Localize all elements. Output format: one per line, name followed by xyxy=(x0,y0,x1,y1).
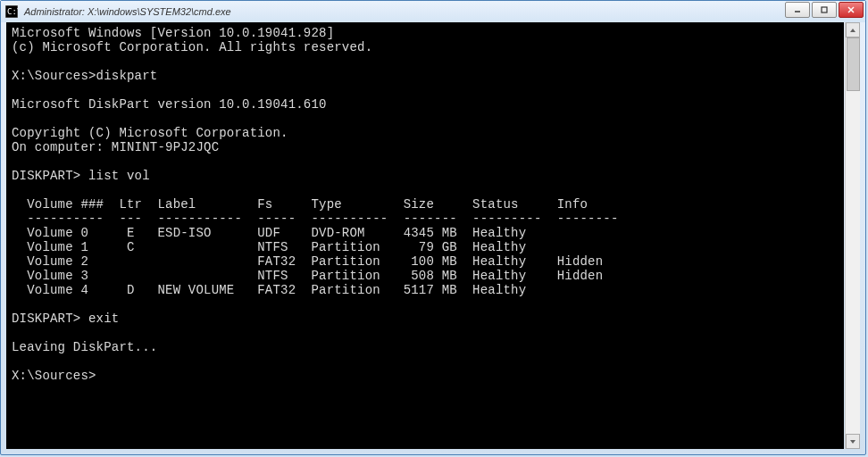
window-controls xyxy=(785,2,864,18)
cmd-icon: C:\ xyxy=(4,4,19,19)
svg-marker-7 xyxy=(850,440,855,444)
output-line: On computer: MININT-9PJ2JQC xyxy=(12,140,839,154)
table-row: Volume 0 E ESD-ISO UDF DVD-ROM 4345 MB H… xyxy=(12,226,839,240)
maximize-button[interactable] xyxy=(812,2,837,18)
output-blank xyxy=(12,326,839,340)
window-title: Administrator: X:\windows\SYSTEM32\cmd.e… xyxy=(24,6,862,17)
table-row: Volume 3 NTFS Partition 508 MB Healthy H… xyxy=(12,269,839,283)
terminal-output: Microsoft Windows [Version 10.0.19041.92… xyxy=(6,22,844,386)
output-blank xyxy=(12,183,839,197)
output-line: (c) Microsoft Corporation. All rights re… xyxy=(12,40,839,54)
table-divider: ---------- --- ----------- ----- -------… xyxy=(12,212,839,226)
output-line: Microsoft Windows [Version 10.0.19041.92… xyxy=(12,26,839,40)
output-blank xyxy=(12,154,839,169)
minimize-button[interactable] xyxy=(785,2,810,18)
output-blank xyxy=(12,112,839,126)
output-blank xyxy=(12,83,839,97)
output-line: Copyright (C) Microsoft Corporation. xyxy=(12,126,839,140)
prompt-line: X:\Sources>diskpart xyxy=(12,69,839,83)
terminal-area[interactable]: Microsoft Windows [Version 10.0.19041.92… xyxy=(6,22,844,449)
prompt-line: DISKPART> list vol xyxy=(12,169,839,183)
svg-text:C:\: C:\ xyxy=(7,7,18,16)
output-line: Leaving DiskPart... xyxy=(12,340,839,354)
close-button[interactable] xyxy=(839,2,864,18)
window-frame: C:\ Administrator: X:\windows\SYSTEM32\c… xyxy=(0,0,866,455)
output-blank xyxy=(12,54,839,69)
scroll-down-button[interactable] xyxy=(846,434,860,449)
titlebar[interactable]: C:\ Administrator: X:\windows\SYSTEM32\c… xyxy=(1,1,865,22)
vertical-scrollbar[interactable] xyxy=(845,22,860,449)
svg-rect-3 xyxy=(822,7,827,12)
svg-marker-6 xyxy=(850,29,855,32)
output-line: Microsoft DiskPart version 10.0.19041.61… xyxy=(12,97,839,112)
table-row: Volume 4 D NEW VOLUME FAT32 Partition 51… xyxy=(12,283,839,297)
output-blank xyxy=(12,297,839,312)
table-row: Volume 2 FAT32 Partition 100 MB Healthy … xyxy=(12,254,839,269)
scroll-up-button[interactable] xyxy=(846,22,860,37)
table-row: Volume 1 C NTFS Partition 79 GB Healthy xyxy=(12,240,839,254)
prompt-line: DISKPART> exit xyxy=(12,312,839,326)
output-blank xyxy=(12,354,839,369)
scroll-thumb[interactable] xyxy=(847,37,860,91)
table-header: Volume ### Ltr Label Fs Type Size Status… xyxy=(12,197,839,212)
prompt-line: X:\Sources> xyxy=(12,369,839,383)
